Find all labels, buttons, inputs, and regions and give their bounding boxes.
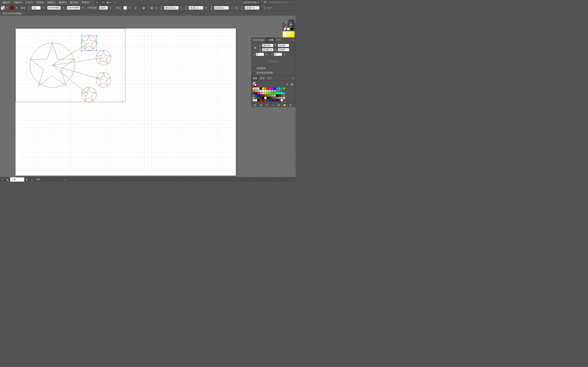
bridge-icon[interactable]: Br xyxy=(94,0,100,4)
swatch-cell[interactable] xyxy=(281,90,283,92)
swatch-cell[interactable] xyxy=(264,87,267,90)
fill-swatch[interactable] xyxy=(1,6,5,10)
align-icon[interactable]: ▦ xyxy=(142,6,146,10)
mini-bw[interactable] xyxy=(290,27,293,30)
new-swatch-icon[interactable]: ▣ xyxy=(276,103,281,107)
tf-x[interactable] xyxy=(262,44,273,47)
swatch-cell[interactable] xyxy=(274,92,276,94)
swatch-cell[interactable] xyxy=(262,99,264,101)
stroke-swatch[interactable] xyxy=(10,6,14,10)
recolor-icon[interactable]: ⊕ xyxy=(133,6,138,10)
swatch-kind-icon[interactable]: ◑ xyxy=(259,103,263,107)
link-wh-icon[interactable]: ⏚ xyxy=(230,6,234,10)
swatch-cell[interactable] xyxy=(269,97,271,99)
tab-swatches[interactable]: 色板 xyxy=(251,76,259,81)
menu-type[interactable]: 文字(T) xyxy=(24,0,34,5)
swatch-cell[interactable] xyxy=(262,92,264,94)
swatch-cell[interactable] xyxy=(264,97,267,99)
swatch-grid[interactable]: ⊕ xyxy=(253,87,287,101)
swatch-cell[interactable] xyxy=(264,99,267,101)
swatch-cell[interactable] xyxy=(283,87,285,90)
opacity-input[interactable] xyxy=(99,6,108,10)
swatch-cell[interactable] xyxy=(281,99,283,101)
panel-tab-pathfinder[interactable]: 路径查找器 xyxy=(251,38,266,42)
chk-scale-strokes[interactable] xyxy=(253,72,256,74)
selection-bbox[interactable] xyxy=(81,35,97,51)
isolate-icon[interactable]: ⧉ xyxy=(268,6,272,10)
swatch-cell[interactable] xyxy=(262,90,264,92)
swatch-cell[interactable] xyxy=(271,99,274,101)
swatch-cell[interactable] xyxy=(278,90,281,92)
artboard-nav-next[interactable]: ▶ xyxy=(25,177,30,182)
transform-each-icon[interactable]: ⊡ xyxy=(263,6,267,10)
swatch-cell[interactable] xyxy=(271,87,274,90)
stock-icon[interactable]: St xyxy=(101,0,106,4)
folder-icon[interactable]: 📁 xyxy=(282,103,287,107)
swatch-options-icon[interactable]: ☰ xyxy=(264,103,269,107)
swatch-cell[interactable] xyxy=(267,90,269,92)
swatch-cell[interactable] xyxy=(278,99,281,101)
grid-view-icon[interactable]: ▦ xyxy=(290,82,294,86)
rotate-input[interactable] xyxy=(256,53,264,56)
swatch-library-icon[interactable]: ▥ xyxy=(253,103,257,107)
x-input[interactable] xyxy=(164,6,179,10)
swatch-cell[interactable] xyxy=(281,97,283,99)
swatch-cell[interactable] xyxy=(267,97,269,99)
swatch-cell[interactable] xyxy=(278,94,281,97)
x-stepper[interactable] xyxy=(161,6,163,10)
stroke-profile[interactable]: 等比 xyxy=(47,6,61,10)
swatch-cell[interactable] xyxy=(274,87,276,90)
swatch-cell[interactable] xyxy=(276,94,278,97)
swatch-cell[interactable] xyxy=(262,94,264,97)
swatch-cell[interactable] xyxy=(257,90,260,92)
mini-fill[interactable] xyxy=(283,27,286,30)
swatch-cell[interactable] xyxy=(253,99,255,101)
arrange-icon[interactable]: ▦ xyxy=(106,0,111,4)
swatch-cell[interactable] xyxy=(255,90,257,92)
artboard-nav-last[interactable]: » xyxy=(30,177,35,182)
swatch-cell[interactable] xyxy=(276,97,278,99)
y-input[interactable] xyxy=(188,6,203,10)
swatch-cell[interactable] xyxy=(274,94,276,97)
swatch-cell[interactable] xyxy=(283,97,285,99)
swatch-cell[interactable] xyxy=(276,90,278,92)
swatch-cell[interactable] xyxy=(274,97,276,99)
panel-tab-transform[interactable]: ○ 变换 xyxy=(266,38,275,42)
swatch-cell[interactable] xyxy=(262,97,264,99)
swatch-cell[interactable] xyxy=(278,87,281,90)
brush-definition[interactable]: 基本 xyxy=(67,6,80,10)
swatch-cell[interactable] xyxy=(283,90,285,92)
artboard-index[interactable]: 1 xyxy=(10,177,25,182)
swatch-cell[interactable] xyxy=(267,87,269,90)
tab-brushes[interactable]: 画笔 xyxy=(259,76,266,81)
swatch-cell[interactable] xyxy=(257,99,260,101)
swatch-cell[interactable] xyxy=(274,99,276,101)
swatch-cell[interactable] xyxy=(267,99,269,101)
menu-edit[interactable]: 编辑(E) xyxy=(1,0,12,5)
swatch-cell[interactable] xyxy=(257,92,260,94)
opacity-slider-icon[interactable]: ▸ xyxy=(109,6,113,10)
y-stepper[interactable] xyxy=(185,6,188,10)
menu-view[interactable]: 视图(V) xyxy=(58,0,68,5)
swatch-cell[interactable] xyxy=(278,92,281,94)
swatch-cell[interactable] xyxy=(253,97,255,99)
w-input[interactable] xyxy=(214,6,229,10)
menu-help[interactable]: 帮助(H) xyxy=(81,0,91,5)
mini-stroke[interactable] xyxy=(287,27,290,30)
workspace-switcher[interactable]: 传统基本功能 xyxy=(241,0,261,5)
swatch-cell[interactable] xyxy=(257,87,260,90)
swatch-cell[interactable] xyxy=(276,99,278,101)
swatch-cell[interactable] xyxy=(281,87,283,90)
swatch-cell[interactable] xyxy=(269,87,271,90)
swatch-cell[interactable] xyxy=(253,92,255,94)
swatch-cell[interactable] xyxy=(264,90,267,92)
fill-stroke-toggle[interactable] xyxy=(253,82,257,86)
document-tab[interactable]: 50% (CMYK/预览) × xyxy=(1,11,26,16)
swatch-cell[interactable] xyxy=(253,87,255,90)
swatch-cell[interactable] xyxy=(260,92,262,94)
swatch-cell[interactable] xyxy=(276,87,278,90)
h-stepper[interactable] xyxy=(241,6,244,10)
panel-tab-align[interactable]: 对齐 xyxy=(275,38,282,42)
sync-icon[interactable]: ↻ xyxy=(112,0,117,4)
swatch-cell[interactable] xyxy=(269,94,271,97)
